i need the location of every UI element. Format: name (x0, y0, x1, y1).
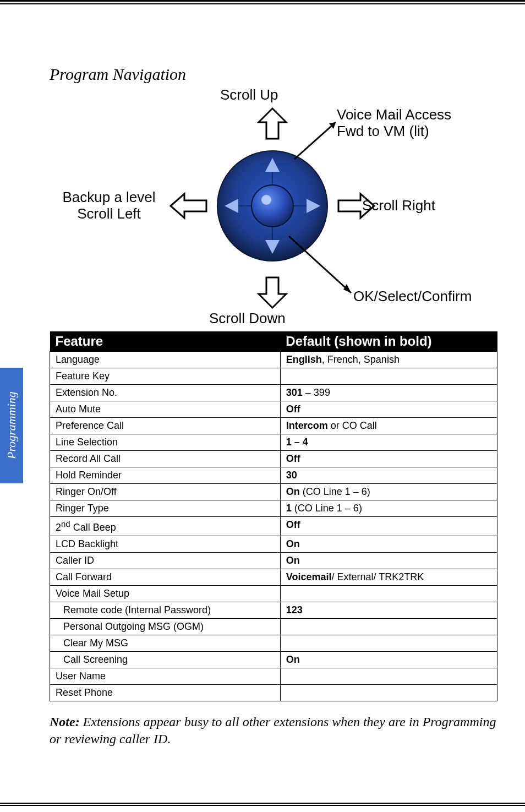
feature-cell: Caller ID (50, 553, 281, 569)
svg-marker-12 (343, 284, 351, 293)
table-row: Hold Reminder30 (50, 467, 497, 484)
scroll-down-label: Scroll Down (209, 310, 286, 327)
default-cell: English, French, Spanish (280, 352, 497, 368)
feature-cell: Feature Key (50, 368, 281, 385)
right-arrow-icon (336, 189, 377, 222)
default-cell (280, 586, 497, 602)
table-row: Auto MuteOff (50, 401, 497, 418)
table-row: Line Selection1 – 4 (50, 434, 497, 451)
table-row: LCD BacklightOn (50, 536, 497, 553)
table-row: Ringer On/OffOn (CO Line 1 – 6) (50, 484, 497, 500)
table-row: User Name (50, 668, 497, 685)
default-cell: Off (280, 517, 497, 536)
ok-pointer-line (286, 233, 358, 299)
table-row: Extension No.301 – 399 (50, 385, 497, 401)
default-cell: On (CO Line 1 – 6) (280, 484, 497, 500)
default-cell: 301 – 399 (280, 385, 497, 401)
default-cell: Voicemail/ External/ TRK2TRK (280, 569, 497, 586)
section-title: Program Navigation (50, 65, 497, 84)
backup-left-label: Backup a level Scroll Left (59, 189, 158, 222)
table-row: Call ScreeningOn (50, 652, 497, 668)
feature-cell: 2nd Call Beep (50, 517, 281, 536)
table-header-row: Feature Default (shown in bold) (50, 331, 497, 352)
table-row: 2nd Call BeepOff (50, 517, 497, 536)
table-row: Feature Key (50, 368, 497, 385)
table-row: Ringer Type1 (CO Line 1 – 6) (50, 500, 497, 517)
table-row: Call ForwardVoicemail/ External/ TRK2TRK (50, 569, 497, 586)
table-row: Reset Phone (50, 685, 497, 701)
vm-access-label: Voice Mail Access Fwd to VM (lit) (337, 107, 451, 140)
header-feature: Feature (50, 331, 281, 352)
table-row: Preference CallIntercom or CO Call (50, 418, 497, 434)
feature-cell: Call Screening (50, 652, 281, 668)
default-cell (280, 619, 497, 635)
feature-cell: Voice Mail Setup (50, 586, 281, 602)
vm-pointer-line (292, 118, 341, 162)
feature-cell: Language (50, 352, 281, 368)
table-row: Remote code (Internal Password)123 (50, 602, 497, 619)
backup-left-line2: Scroll Left (77, 205, 141, 222)
feature-cell: Personal Outgoing MSG (OGM) (50, 619, 281, 635)
svg-line-11 (289, 236, 351, 293)
left-arrow-icon (168, 189, 209, 222)
vm-access-line1: Voice Mail Access (337, 106, 451, 123)
feature-cell: Reset Phone (50, 685, 281, 701)
table-row: Personal Outgoing MSG (OGM) (50, 619, 497, 635)
page-body: Programming Program Navigation Scroll Up… (0, 4, 525, 803)
default-cell (280, 668, 497, 685)
default-cell: Off (280, 451, 497, 467)
default-cell: On (280, 652, 497, 668)
feature-cell: Extension No. (50, 385, 281, 401)
default-cell (280, 368, 497, 385)
default-cell: 1 (CO Line 1 – 6) (280, 500, 497, 517)
feature-cell: Call Forward (50, 569, 281, 586)
note-body: Extensions appear busy to all other exte… (50, 715, 496, 746)
bottom-rule (0, 803, 525, 806)
default-cell: On (280, 553, 497, 569)
feature-cell: Remote code (Internal Password) (50, 602, 281, 619)
vm-access-line2: Fwd to VM (lit) (337, 123, 429, 139)
header-default: Default (shown in bold) (280, 331, 497, 352)
table-row: Clear My MSG (50, 635, 497, 652)
note-paragraph: Note: Extensions appear busy to all othe… (50, 713, 497, 748)
default-cell: 123 (280, 602, 497, 619)
feature-cell: User Name (50, 668, 281, 685)
default-cell (280, 685, 497, 701)
note-lead: Note: (50, 715, 80, 729)
feature-table: Feature Default (shown in bold) Language… (50, 331, 497, 701)
table-row: Caller IDOn (50, 553, 497, 569)
feature-cell: Clear My MSG (50, 635, 281, 652)
default-cell: Off (280, 401, 497, 418)
feature-cell: Line Selection (50, 434, 281, 451)
navigation-diagram: Scroll Up Voice Mail Access Fwd to VM (l… (50, 90, 497, 327)
svg-point-8 (261, 195, 271, 205)
feature-cell: Ringer On/Off (50, 484, 281, 500)
scroll-up-label: Scroll Up (220, 87, 278, 103)
content-area: Program Navigation Scroll Up Voice Mail … (50, 65, 497, 748)
feature-cell: Record All Call (50, 451, 281, 467)
backup-left-line1: Backup a level (62, 189, 155, 205)
feature-cell: LCD Backlight (50, 536, 281, 553)
feature-cell: Hold Reminder (50, 467, 281, 484)
default-cell: 30 (280, 467, 497, 484)
side-tab-programming: Programming (0, 368, 23, 483)
ok-select-label: OK/Select/Confirm (353, 288, 472, 305)
up-arrow-icon (253, 106, 292, 144)
table-row: Record All CallOff (50, 451, 497, 467)
default-cell: 1 – 4 (280, 434, 497, 451)
svg-point-7 (251, 185, 293, 227)
feature-cell: Ringer Type (50, 500, 281, 517)
default-cell: Intercom or CO Call (280, 418, 497, 434)
table-row: Voice Mail Setup (50, 586, 497, 602)
default-cell (280, 635, 497, 652)
default-cell: On (280, 536, 497, 553)
top-rule (0, 0, 525, 4)
table-row: LanguageEnglish, French, Spanish (50, 352, 497, 368)
svg-line-9 (294, 122, 336, 159)
feature-cell: Preference Call (50, 418, 281, 434)
feature-cell: Auto Mute (50, 401, 281, 418)
